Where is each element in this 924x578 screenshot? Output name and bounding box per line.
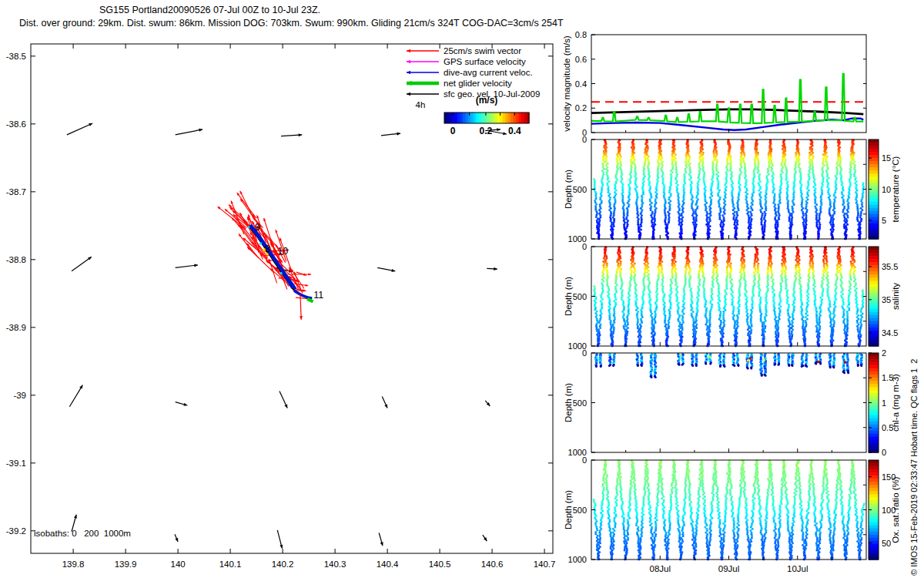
legend-item-label: dive-avg current veloc.: [444, 68, 533, 77]
depth-tick-label: 1000: [568, 448, 587, 457]
legend-item-label: 25cm/s swim vector: [444, 46, 521, 55]
isobaths-label: isobaths: 0 200 1000m: [34, 529, 131, 538]
legend-scale-label: 4h: [416, 100, 426, 109]
watermark: © IMOS 15-Feb-2019 02:33:47 Hobart time.…: [909, 359, 919, 576]
dive-number-label: 10: [277, 246, 288, 257]
time-tick-label: 08Jul: [650, 564, 671, 573]
temperature-panel: 05001000Depth (m)51015temperature (°C): [564, 135, 900, 244]
depth-tick-label: 0: [582, 135, 587, 144]
swim-arrow: [237, 193, 256, 218]
map-xtick-label: 140.1: [219, 560, 242, 569]
sfc-geo-arrow: [382, 397, 387, 408]
velocity-tick-label: 0.6: [575, 55, 587, 64]
swim-arrow: [240, 191, 255, 220]
sfc-geo-arrow: [381, 133, 400, 136]
map-xtick-label: 139.8: [62, 560, 85, 569]
salinity-panel: 05001000Depth (m)34.53535.5salinity: [564, 242, 900, 351]
depth-tick-label: 0: [582, 348, 587, 358]
subtitle: Dist. over ground: 29km. Dist. swum: 86k…: [19, 18, 564, 29]
sfc-geo-arrow: [176, 402, 188, 406]
sfc-geo-arrow: [72, 257, 92, 271]
cbar-unit-label: Ox. sat. ratio (%): [891, 476, 900, 543]
cbar-tick-label: 10: [882, 185, 891, 194]
legend-arrow: [407, 71, 439, 74]
depth-tick-label: 500: [573, 292, 587, 301]
map-xtick-label: 139.9: [115, 560, 137, 569]
depth-tick-label: 1000: [568, 555, 587, 564]
depth-tick-label: 500: [573, 506, 587, 515]
cbar-tick-label: 34.5: [882, 328, 898, 338]
chl-panel: 05001000Depth (m)00.511.52chl-a (mg m-3): [564, 348, 900, 457]
sfc-geo-arrow: [377, 267, 395, 272]
legend-arrow: [407, 60, 439, 63]
sfc-geo-arrow: [277, 530, 283, 549]
map-ytick-label: -38.9: [6, 323, 26, 332]
legend-cbar-title: (m/s): [476, 95, 498, 106]
velocity-tick-label: 0.4: [575, 79, 587, 89]
cbar-tick-label: 2: [882, 348, 886, 358]
sfc-geo-arrow: [176, 264, 198, 267]
sfc-geo-arrow: [379, 533, 383, 546]
sfc-geo-arrow: [483, 535, 487, 541]
cbar-tick-label: 1: [882, 398, 886, 408]
map-xtick-label: 140.2: [272, 560, 294, 569]
time-tick-label: 10Jul: [787, 564, 808, 573]
figure: 139.8139.9140140.1140.2140.3140.4140.514…: [0, 0, 924, 578]
velocity-panel: 00.20.40.60.8velocity magnitude (m/s): [562, 30, 866, 137]
sfc-geo-arrow: [175, 534, 178, 542]
sfc-geo-arrow: [281, 133, 302, 136]
map-ytick-label: -39.2: [6, 526, 26, 536]
map-xtick-label: 140: [170, 560, 185, 569]
cbar-tick-label: 35: [882, 295, 891, 304]
figure-canvas: 139.8139.9140140.1140.2140.3140.4140.514…: [0, 0, 924, 578]
velocity-tick-label: 0.8: [575, 30, 587, 39]
sfc-geo-arrow: [67, 123, 92, 135]
depth-axis-label: Depth (m): [564, 277, 573, 316]
time-axis: 08Jul09Jul10Jul: [650, 564, 808, 573]
cbar-tick-label: 5: [882, 216, 886, 225]
sfc-geo-arrow: [485, 401, 490, 406]
map-ytick-label: -39: [13, 391, 26, 400]
velocity-axis-label: velocity magnitude (m/s): [562, 35, 571, 132]
legend-item-label: net glider velocity: [444, 79, 512, 88]
map-xtick-label: 140.3: [324, 560, 346, 569]
oxygen saturation-panel: 05001000Depth (m)50100150Ox. sat. ratio …: [564, 455, 900, 564]
map-xtick-label: 140.4: [377, 560, 399, 569]
map-xtick-label: 140.5: [429, 560, 451, 569]
cbar-tick-label: 0: [882, 448, 886, 457]
dive-number-label: 11: [313, 290, 323, 301]
map-ytick-label: -38.5: [6, 52, 26, 61]
map-ytick-label: -38.8: [6, 255, 26, 264]
cbar-unit-label: salinity: [891, 283, 900, 310]
cbar-tick-label: 15: [882, 153, 891, 163]
time-tick-label: 09Jul: [718, 564, 740, 573]
depth-axis-label: Depth (m): [564, 490, 573, 529]
legend-arrow: [407, 49, 439, 52]
velocity-tick-label: 0.2: [575, 103, 587, 113]
legend-arrow: [407, 81, 439, 86]
map-ytick-label: -39.1: [6, 459, 26, 468]
sfc-geo-arrow: [487, 267, 497, 271]
depth-axis-label: Depth (m): [564, 170, 573, 209]
map-ytick-label: -38.6: [6, 119, 26, 129]
sfc-geo-arrow: [176, 129, 203, 135]
depth-tick-label: 0: [582, 242, 587, 251]
swim-arrow: [218, 207, 246, 229]
map-xtick-label: 140.6: [481, 560, 504, 569]
legend-arrow: [407, 92, 439, 96]
legend-scale-arrow: [490, 131, 507, 135]
sfc-geo-velocity-field: [67, 123, 500, 549]
dive-number-label: 9: [255, 222, 260, 233]
cbar-tick-label: 50: [882, 539, 891, 548]
map-legend: 25cm/s swim vectorGPS surface velocitydi…: [407, 46, 540, 136]
legend-cbar-tick: 0.4: [508, 126, 521, 136]
sfc-geo-arrow: [280, 391, 287, 408]
depth-tick-label: 500: [573, 398, 587, 408]
map-ytick-label: -38.7: [6, 187, 26, 197]
depth-tick-label: 500: [573, 185, 587, 194]
depth-axis-label: Depth (m): [564, 383, 573, 422]
sfc-geo-arrow: [69, 385, 82, 407]
cbar-unit-label: chl-a (mg m-3): [891, 374, 900, 432]
page-title: SG155 Portland20090526 07-Jul 00Z to 10-…: [0, 5, 420, 15]
dive-number-label: 8: [265, 244, 270, 254]
